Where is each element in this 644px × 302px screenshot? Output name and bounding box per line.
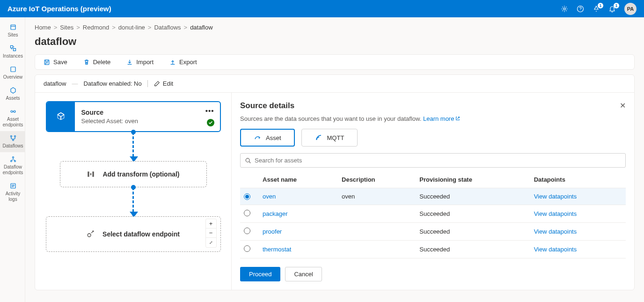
view-datapoints-link[interactable]: View datapoints xyxy=(530,223,626,241)
view-datapoints-link[interactable]: View datapoints xyxy=(530,241,626,258)
details-title: Source details xyxy=(240,101,294,110)
settings-icon[interactable] xyxy=(561,5,568,13)
toolbar: Save Delete Import Export xyxy=(35,54,635,70)
assets-table: Asset name Description Provisioning stat… xyxy=(240,171,626,258)
select-endpoint-node[interactable]: Select dataflow endpoint + − ⤢ xyxy=(46,216,221,252)
edit-button[interactable]: Edit xyxy=(147,80,173,87)
dataflow-enabled: Dataflow enabled: No xyxy=(83,80,141,87)
svg-point-7 xyxy=(14,110,15,112)
col-name: Asset name xyxy=(259,171,338,188)
col-dp: Datapoints xyxy=(530,171,626,188)
row-radio[interactable] xyxy=(244,193,250,200)
breadcrumb-home[interactable]: Home xyxy=(35,24,51,31)
row-radio[interactable] xyxy=(244,228,250,234)
topbar: Azure IoT Operations (preview) 1 1 PA xyxy=(0,0,644,17)
sidebar-item-sites[interactable]: Sites xyxy=(0,20,25,41)
breadcrumb-redmond[interactable]: Redmond xyxy=(83,24,109,31)
svg-rect-16 xyxy=(88,171,89,177)
sidebar: Sites Instances Overview Assets Asset en… xyxy=(0,17,25,302)
zoom-in-button[interactable]: + xyxy=(206,219,216,228)
endpoint-icon xyxy=(87,230,95,238)
search-input[interactable] xyxy=(240,153,626,168)
zoom-fit-button[interactable]: ⤢ xyxy=(206,238,216,247)
save-button[interactable]: Save xyxy=(44,59,67,66)
feedback-icon[interactable]: 1 xyxy=(593,5,600,13)
svg-point-6 xyxy=(11,110,13,112)
breadcrumb-dataflows[interactable]: Dataflows xyxy=(154,24,181,31)
add-transform-node[interactable]: Add transform (optional) xyxy=(60,161,207,187)
breadcrumb: Home> Sites> Redmond> donut-line> Datafl… xyxy=(35,17,635,35)
learn-more-link[interactable]: Learn more xyxy=(423,115,460,122)
check-icon xyxy=(207,119,214,126)
asset-desc xyxy=(338,241,416,258)
details-description: Sources are the data sources that you wa… xyxy=(240,115,626,122)
view-datapoints-link[interactable]: View datapoints xyxy=(530,205,626,223)
canvas: Source Selected Asset: oven ••• Add tran… xyxy=(35,93,232,290)
import-button[interactable]: Import xyxy=(126,59,154,66)
transform-icon xyxy=(87,170,95,178)
zoom-out-button[interactable]: − xyxy=(206,228,216,238)
svg-point-11 xyxy=(12,157,14,158)
details-panel: Source details ✕ Sources are the data so… xyxy=(232,93,634,290)
search-icon xyxy=(245,157,251,164)
svg-point-8 xyxy=(10,136,12,137)
delete-button[interactable]: Delete xyxy=(83,59,111,66)
more-icon[interactable]: ••• xyxy=(205,107,214,115)
sidebar-item-dataflows[interactable]: Dataflows xyxy=(0,131,25,152)
notifications-badge: 1 xyxy=(614,3,619,8)
asset-name-link[interactable]: thermostat xyxy=(259,241,338,258)
asset-state: Succeeded xyxy=(416,205,530,223)
feedback-badge: 1 xyxy=(598,3,603,8)
col-desc: Description xyxy=(338,171,416,188)
asset-name-link[interactable]: proofer xyxy=(259,223,338,241)
svg-rect-4 xyxy=(13,49,15,51)
asset-name-link[interactable]: packager xyxy=(259,205,338,223)
row-radio[interactable] xyxy=(244,245,250,252)
avatar[interactable]: PA xyxy=(624,3,637,15)
cube-icon xyxy=(56,111,66,122)
cancel-button[interactable]: Cancel xyxy=(285,267,322,281)
sidebar-item-activity-logs[interactable]: Activity logs xyxy=(0,179,25,206)
mqtt-icon xyxy=(315,134,322,141)
svg-rect-15 xyxy=(44,60,49,65)
asset-state: Succeeded xyxy=(416,241,530,258)
sidebar-item-dataflow-endpoints[interactable]: Dataflow endpoints xyxy=(0,152,25,179)
row-radio[interactable] xyxy=(244,210,250,216)
col-state: Provisioning state xyxy=(416,171,530,188)
sidebar-item-overview[interactable]: Overview xyxy=(0,62,25,83)
table-row[interactable]: thermostatSucceededView datapoints xyxy=(240,241,626,258)
svg-point-9 xyxy=(14,136,15,137)
asset-state: Succeeded xyxy=(416,223,530,241)
tab-asset[interactable]: Asset xyxy=(240,129,295,147)
breadcrumb-donut-line[interactable]: donut-line xyxy=(118,24,145,31)
breadcrumb-sites[interactable]: Sites xyxy=(60,24,73,31)
tab-mqtt[interactable]: MQTT xyxy=(301,129,358,147)
help-icon[interactable] xyxy=(577,5,584,13)
view-datapoints-link[interactable]: View datapoints xyxy=(530,188,626,205)
svg-rect-2 xyxy=(11,25,15,29)
app-title: Azure IoT Operations (preview) xyxy=(7,5,111,13)
asset-desc xyxy=(338,205,416,223)
table-row[interactable]: ovenovenSucceededView datapoints xyxy=(240,188,626,205)
asset-icon xyxy=(254,134,261,141)
svg-rect-3 xyxy=(10,46,13,48)
source-node[interactable]: Source Selected Asset: oven ••• xyxy=(46,101,221,132)
export-button[interactable]: Export xyxy=(169,59,197,66)
asset-desc xyxy=(338,223,416,241)
sidebar-item-assets[interactable]: Assets xyxy=(0,83,25,104)
asset-name-link[interactable]: oven xyxy=(259,188,338,205)
svg-rect-17 xyxy=(93,171,94,177)
table-row[interactable]: packagerSucceededView datapoints xyxy=(240,205,626,223)
sidebar-item-instances[interactable]: Instances xyxy=(0,41,25,62)
status-bar: dataflow — Dataflow enabled: No Edit xyxy=(35,75,634,93)
notifications-icon[interactable]: 1 xyxy=(608,5,616,13)
source-title: Source xyxy=(81,109,213,116)
source-subtitle: Selected Asset: oven xyxy=(81,118,213,125)
proceed-button[interactable]: Proceed xyxy=(240,267,280,281)
svg-point-19 xyxy=(246,158,249,162)
table-row[interactable]: prooferSucceededView datapoints xyxy=(240,223,626,241)
close-icon[interactable]: ✕ xyxy=(620,101,626,110)
asset-state: Succeeded xyxy=(416,188,530,205)
sidebar-item-asset-endpoints[interactable]: Asset endpoints xyxy=(0,104,25,131)
dataflow-name: dataflow xyxy=(44,80,66,87)
